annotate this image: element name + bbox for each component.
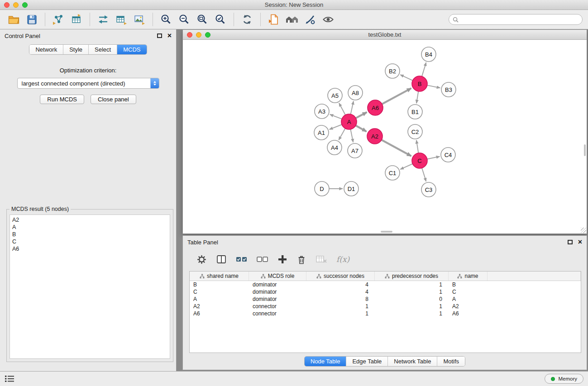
network-node[interactable]: A5	[328, 88, 342, 103]
save-session-button[interactable]	[23, 11, 41, 28]
vertical-scrollbar[interactable]	[584, 144, 586, 156]
table-row[interactable]: Cdominator41C	[190, 288, 581, 295]
memory-button[interactable]: Memory	[545, 374, 583, 384]
network-node[interactable]: C3	[421, 182, 436, 197]
network-node-mcds[interactable]: C	[412, 153, 427, 168]
zoom-out-button[interactable]	[175, 11, 193, 28]
network-node[interactable]: A3	[315, 104, 329, 119]
network-node[interactable]: A7	[348, 143, 362, 158]
refresh-view-button[interactable]	[238, 11, 256, 28]
mcds-result-item[interactable]: A6	[12, 245, 167, 253]
add-column-button[interactable]	[277, 254, 287, 264]
tab-select[interactable]: Select	[89, 45, 117, 54]
float-table-panel-icon[interactable]	[568, 240, 573, 244]
export-image-button[interactable]	[130, 11, 148, 28]
network-node-mcds[interactable]: A2	[367, 129, 382, 144]
tab-motifs[interactable]: Motifs	[437, 357, 465, 366]
network-node[interactable]: C4	[441, 148, 455, 162]
network-node-mcds[interactable]: B	[412, 76, 427, 91]
table-row[interactable]: Adominator80A	[190, 295, 581, 303]
close-panel-button[interactable]: Close panel	[91, 95, 136, 104]
network-node[interactable]: D1	[344, 181, 359, 196]
import-table-button[interactable]	[67, 11, 86, 28]
swap-networks-button[interactable]	[94, 11, 112, 28]
toolbar-search[interactable]	[449, 14, 583, 25]
mcds-result-item[interactable]: A	[12, 224, 167, 231]
delete-column-button[interactable]	[296, 254, 306, 265]
network-node[interactable]: A4	[327, 140, 342, 155]
show-columns-button[interactable]	[216, 254, 227, 264]
function-builder-button[interactable]: f(x)	[336, 255, 349, 264]
show-panels-button[interactable]	[5, 375, 14, 382]
network-node[interactable]: D	[315, 181, 329, 196]
column-header[interactable]: name	[449, 272, 488, 281]
export-table-button[interactable]	[112, 11, 130, 28]
maximize-network-window-button[interactable]	[205, 32, 210, 38]
mcds-result-item[interactable]: A2	[12, 216, 167, 224]
network-edge[interactable]	[416, 140, 418, 153]
network-edge[interactable]	[339, 103, 345, 115]
mcds-result-item[interactable]: C	[12, 238, 167, 245]
show-hide-button[interactable]	[319, 11, 337, 28]
close-panel-icon[interactable]: ×	[167, 33, 172, 38]
mcds-result-list[interactable]: A2ABCA6	[10, 214, 170, 359]
select-all-button[interactable]	[236, 255, 248, 263]
network-node[interactable]: C1	[385, 166, 400, 180]
network-edge[interactable]	[356, 125, 367, 131]
table-settings-button[interactable]	[196, 254, 207, 265]
network-node[interactable]: B1	[408, 105, 422, 119]
network-edge[interactable]	[422, 168, 426, 181]
annotation-button[interactable]	[301, 11, 319, 28]
network-canvas[interactable]: B4B2BB3A5A8A6A3B1AA1C2A2A4A7C4CC1DD1C3	[183, 40, 587, 234]
network-edge[interactable]	[427, 85, 440, 88]
maximize-window-button[interactable]	[22, 2, 28, 8]
tab-node-table[interactable]: Node Table	[305, 357, 347, 366]
column-header[interactable]: successor nodes	[306, 272, 375, 281]
tab-network[interactable]: Network	[29, 45, 63, 54]
delete-table-button[interactable]	[316, 255, 327, 264]
network-edge[interactable]	[400, 75, 412, 81]
close-network-window-button[interactable]	[187, 32, 192, 38]
network-window-titlebar[interactable]: testGlobe.txt	[183, 30, 587, 40]
horizontal-scrollbar[interactable]	[381, 231, 392, 233]
float-panel-icon[interactable]	[157, 33, 162, 38]
network-node[interactable]: B3	[441, 82, 456, 97]
column-header[interactable]: shared name	[190, 272, 249, 281]
home-networks-button[interactable]	[283, 11, 301, 28]
network-node-mcds[interactable]: A6	[368, 100, 383, 115]
network-edge[interactable]	[422, 62, 426, 76]
network-edge[interactable]	[382, 88, 411, 104]
column-header[interactable]: MCDS role	[249, 272, 306, 281]
network-node[interactable]: B2	[385, 64, 400, 78]
network-node[interactable]: B4	[421, 47, 436, 62]
tab-style[interactable]: Style	[63, 45, 89, 54]
zoom-in-button[interactable]	[157, 11, 175, 28]
zoom-selected-button[interactable]	[211, 11, 229, 28]
run-mcds-button[interactable]: Run MCDS	[40, 95, 84, 104]
network-edge[interactable]	[427, 157, 440, 159]
network-edge[interactable]	[351, 101, 354, 114]
tab-network-table[interactable]: Network Table	[388, 357, 437, 366]
network-edge[interactable]	[330, 114, 342, 119]
zoom-fit-button[interactable]	[193, 11, 211, 28]
optimization-criterion-dropdown[interactable]: largest connected component (directed)	[17, 78, 159, 89]
network-file-button[interactable]	[265, 11, 283, 28]
table-row[interactable]: A6connector11A6	[190, 310, 581, 317]
network-node[interactable]: A1	[314, 125, 329, 140]
minimize-network-window-button[interactable]	[196, 32, 201, 38]
table-row[interactable]: A2connector11A2	[190, 303, 581, 310]
unselect-all-button[interactable]	[257, 255, 268, 263]
network-edge[interactable]	[330, 124, 342, 129]
mcds-result-item[interactable]: B	[12, 231, 167, 238]
network-edge[interactable]	[339, 129, 345, 140]
column-header[interactable]: predecessor nodes	[375, 272, 449, 281]
tab-mcds[interactable]: MCDS	[117, 45, 146, 54]
network-edge[interactable]	[356, 112, 367, 118]
network-node[interactable]: C2	[408, 124, 422, 139]
network-edge[interactable]	[350, 129, 353, 143]
network-edge[interactable]	[400, 164, 412, 169]
network-node-mcds[interactable]: A	[341, 114, 357, 129]
window-resize-grip[interactable]	[581, 228, 586, 233]
network-node[interactable]: A8	[348, 86, 363, 100]
close-table-panel-icon[interactable]: ×	[578, 239, 582, 245]
